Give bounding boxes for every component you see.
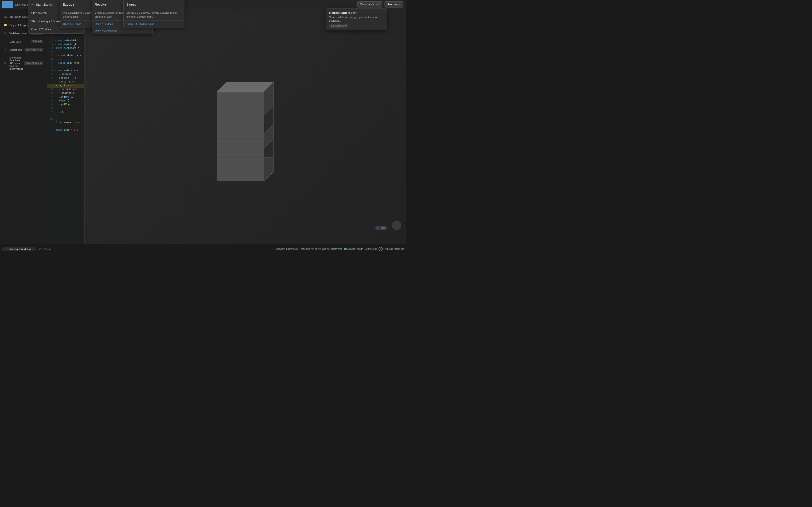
export-shortcut: Ctrl + Shift + E: [25, 48, 43, 51]
code-line-42: 42 center: [-(m: [47, 76, 84, 80]
left-panel: ⌨ KCL Code pane Shift + C 📁 Project File…: [0, 9, 47, 244]
revolve-example-link[interactable]: Open KCL example: [92, 27, 153, 34]
code-line-41: 41 |> sketch({: [47, 73, 84, 76]
code-line-10: 10: [47, 50, 84, 54]
network-health-label: Network health (Connected): [347, 247, 377, 250]
refresh-report-desc: Send us data on how you got stuck or mor…: [329, 15, 384, 23]
code-line-110: 110: [47, 118, 84, 121]
shortcut-item-export[interactable]: ↗ Export part Ctrl + Shift + E: [2, 46, 45, 53]
sweep-dropdown: Sweep Create a 3D body by moving a sketc…: [123, 0, 184, 27]
code-line-40: 40 const void = sta: [47, 69, 84, 73]
sweep-title: Sweep: [126, 3, 136, 6]
code-line-7: 7 const voidWidth =: [47, 39, 84, 43]
help-icon: ?: [379, 247, 383, 251]
variables-label: Variables pane: [9, 32, 31, 35]
logs-shortcut: Shift + L: [32, 40, 43, 43]
user-menu-button[interactable]: User menu: [384, 1, 403, 7]
pencil-icon: ✏: [31, 3, 34, 6]
core-dump-label: Starting core dump...: [9, 247, 33, 250]
settings-button[interactable]: ⚙ Settings: [39, 247, 51, 250]
health-dot-icon: [344, 248, 347, 250]
shortcut-item-logs[interactable]: ≡ Logs pane Shift + L: [2, 38, 45, 45]
in-dev-badge: In development: [329, 24, 348, 28]
commands-shortcut: ⌘K: [376, 3, 380, 6]
code-line-50: 50 ]: [47, 106, 84, 110]
code-line-112: ...: [47, 125, 84, 128]
loading-spinner: [5, 247, 7, 250]
folder-icon: 📁: [4, 23, 7, 26]
make-icon: ⚙: [4, 62, 7, 65]
code-line-52: 52 › ...: [47, 114, 84, 118]
shortcut-item-make[interactable]: ⚙ Make part (Machine API server was not …: [2, 54, 45, 72]
export-icon: ↗: [4, 48, 7, 51]
export-label: Export part: [9, 48, 25, 51]
code-line-39: 39 › ...: [47, 65, 84, 69]
network-health-indicator: Network health (Connected): [344, 247, 377, 250]
start-sketch-desc: Start drawing a 2D sketch: [31, 20, 63, 23]
status-bar: Starting core dump... ⚙ Settings Network…: [0, 244, 406, 253]
sweep-desc: Create a 3D body by moving a sketch regi…: [124, 9, 184, 21]
sweep-title-row: Sweep: [124, 0, 184, 9]
code-line-8: 8 const voidHeight: [47, 43, 84, 47]
revolve-title: Revolve: [95, 3, 107, 6]
ruler-label: mm: [381, 227, 385, 229]
code-line-45: 45 |> extrude(-se: [47, 88, 84, 92]
commands-label: Commands: [360, 3, 374, 6]
code-line-49: 49 getEdge: [47, 103, 84, 106]
status-left: Starting core dump... ⚙ Settings: [2, 247, 51, 251]
code-line-47: 47 length: 1,: [47, 95, 84, 99]
code-icon: ⌨: [4, 15, 7, 18]
top-right-area: Commands ⌘K Refresh and report Send us d…: [355, 0, 406, 9]
viewport-3d: [84, 9, 406, 244]
user-menu-label: User menu: [387, 3, 401, 6]
ruler-icon: ⟷: [377, 227, 381, 229]
start-sketch-docs: Open KCL docs: [31, 28, 51, 31]
code-line-6: 6: [47, 36, 84, 39]
make-shortcut: Ctrl + Shift + M: [24, 62, 43, 65]
kcl-code-pane-label: KCL Code pane: [9, 15, 31, 18]
code-line-23: 23 › ...: [47, 58, 84, 61]
list-icon: ≡: [4, 40, 7, 43]
code-panel: </> KCL Code ··· Close 1 const holeDiame…: [47, 9, 84, 244]
svg-marker-1: [217, 82, 274, 92]
sweep-link[interactable]: Open GitHub discussion: [124, 21, 184, 27]
refresh-report-dropdown: Refresh and report Send us data on how y…: [326, 8, 387, 30]
core-dump-indicator: Starting core dump...: [2, 247, 36, 251]
code-line-46: 46 |> chamfer({: [47, 92, 84, 95]
variable-icon: ⊙: [4, 32, 7, 35]
extrude-title: Extrude: [63, 3, 74, 6]
code-line-11: 11 › const sketch = s: [47, 54, 84, 58]
start-sketch-label: Start Sketch: [31, 11, 47, 15]
make-label: Make part (Machine API server was not di…: [9, 56, 24, 70]
status-right: Network machines (0) : Machine API serve…: [276, 247, 404, 251]
viewport: ⟷ mm: [84, 9, 406, 244]
commands-button[interactable]: Commands ⌘K: [357, 1, 382, 7]
circle-nav-button[interactable]: [392, 221, 401, 230]
logs-label: Logs pane: [9, 40, 32, 43]
code-line-48: 48 edge: [: [47, 99, 84, 103]
network-error-label: Network machines (0) : Machine API serve…: [276, 247, 342, 250]
help-label: Help and resources: [384, 247, 404, 250]
settings-icon: ⚙: [39, 247, 41, 250]
start-sketch-title: Start Sketch: [36, 3, 53, 6]
code-line-44: 44 }, %, $segHole: [47, 84, 84, 88]
code-line-9: 9 const penHeight =: [47, 47, 84, 50]
3d-model-view: [198, 68, 292, 186]
ruler-badge: ⟷ mm: [375, 226, 387, 230]
svg-marker-0: [217, 92, 264, 181]
logo: [2, 1, 13, 8]
refresh-report-title: Refresh and report: [329, 11, 384, 14]
settings-label: Settings: [42, 247, 51, 250]
code-line-113: ... const logo = $tt: [47, 128, 84, 132]
code-line-111: 111 fn kittFace = (bo: [47, 121, 84, 125]
code-line-43: 43 xAxis: $tXa: [47, 80, 84, 84]
code-line-38: 38 › const body =ext: [47, 61, 84, 65]
help-button[interactable]: ? Help and resources: [379, 247, 404, 251]
code-line-51: 51 }, %): [47, 110, 84, 114]
